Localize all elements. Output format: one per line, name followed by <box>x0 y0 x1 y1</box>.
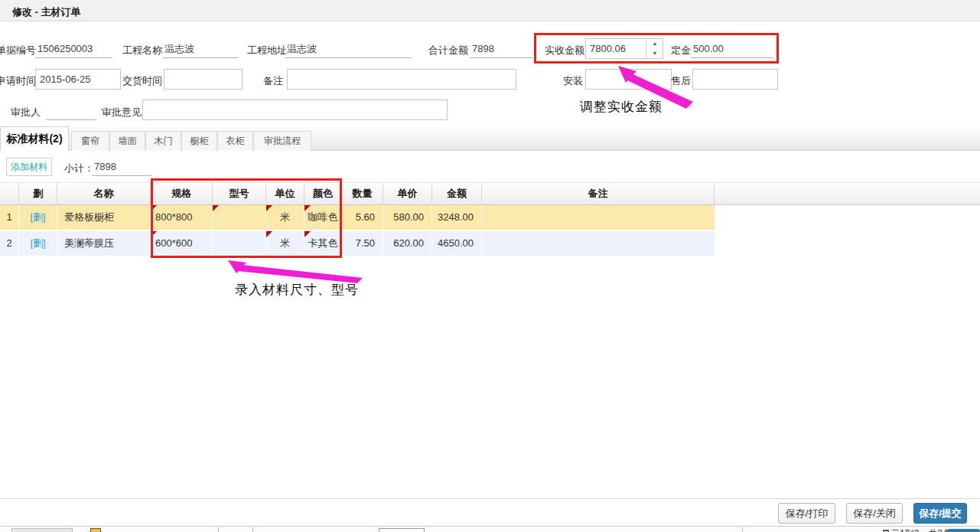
project-addr-input[interactable] <box>285 40 412 58</box>
total-amount-label: 合计金额 <box>428 44 468 57</box>
cell-price[interactable]: 580.00 <box>383 205 432 230</box>
col-header-spec: 规格 <box>151 183 213 204</box>
materials-table-header: 删 名称 规格 型号 单位 颜色 数量 单价 金额 备注 <box>0 182 980 205</box>
dialog-titlebar: 修改 - 主材订单 <box>0 0 980 21</box>
install-label: 安装 <box>563 74 583 88</box>
background-fragment <box>947 529 980 532</box>
doc-no-input[interactable] <box>35 40 112 58</box>
subtotal-input[interactable] <box>92 158 151 176</box>
cell-remark[interactable] <box>482 231 715 256</box>
edited-corner-icon <box>151 205 157 211</box>
annotation-adjust-received: 调整实收金额 <box>580 98 663 116</box>
cell-spec[interactable]: 600*600 <box>151 231 213 256</box>
pagination-text-partial: 显示1到2，共2条 <box>881 527 952 532</box>
tab-cabinet[interactable]: 橱柜 <box>181 131 217 151</box>
col-header-name: 名称 <box>57 183 151 204</box>
background-fragment <box>11 528 73 532</box>
col-header-del: 删 <box>19 183 57 204</box>
edited-corner-icon <box>213 205 219 211</box>
tab-wall[interactable]: 墙面 <box>109 131 145 151</box>
doc-no-label: 单据编号 <box>0 44 36 57</box>
cell-model[interactable] <box>213 231 266 256</box>
background-fragment <box>742 527 743 532</box>
subtotal-label: 小计： <box>64 162 94 175</box>
cell-unit[interactable]: 米 <box>266 205 304 230</box>
project-name-input[interactable] <box>162 40 239 58</box>
tab-approval-flow[interactable]: 审批流程 <box>253 131 311 151</box>
add-material-button[interactable]: 添加材料 <box>6 158 52 176</box>
remark-label: 备注 <box>263 74 283 88</box>
received-amount-spinner: ▲ ▼ <box>646 39 663 58</box>
col-header-row-no <box>0 183 19 204</box>
background-fragment <box>218 527 219 532</box>
total-amount-input[interactable] <box>470 40 533 58</box>
table-row: 2 [删] 美澜蒂膜压 600*600 米 卡其色 7.50 620.00 46… <box>0 231 715 256</box>
approver-input[interactable] <box>46 102 96 120</box>
delete-row-link[interactable]: [删] <box>30 237 45 249</box>
remark-input[interactable] <box>287 69 516 90</box>
cell-remark[interactable] <box>482 205 715 230</box>
received-amount-label: 实收金额 <box>545 44 584 57</box>
dialog-title: 修改 - 主材订单 <box>12 5 81 19</box>
cell-color[interactable]: 卡其色 <box>304 231 342 256</box>
col-header-model: 型号 <box>213 183 266 204</box>
cell-name: 美澜蒂膜压 <box>57 231 151 256</box>
cell-color[interactable]: 咖啡色 <box>304 205 342 230</box>
apply-time-label: 申请时间 <box>0 74 36 88</box>
save-close-button[interactable]: 保存/关闭 <box>846 503 903 524</box>
delete-row-link[interactable]: [删] <box>30 211 45 223</box>
cell-row-no: 1 <box>0 205 19 230</box>
deposit-label: 定金 <box>671 44 691 57</box>
approval-opinion-input[interactable] <box>142 100 448 120</box>
col-header-price: 单价 <box>383 183 432 204</box>
tab-wardrobe[interactable]: 衣柜 <box>217 131 253 151</box>
cell-qty[interactable]: 7.50 <box>342 231 383 256</box>
background-fragment <box>379 528 425 532</box>
materials-tabbar: 标准材料(2) 窗帘 墙面 木门 橱柜 衣柜 审批流程 <box>0 126 980 151</box>
cell-name: 爱格板橱柜 <box>57 205 151 230</box>
background-page-sliver: 显示1到2，共2条 <box>0 526 980 532</box>
cell-price[interactable]: 620.00 <box>383 231 432 256</box>
apply-time-input[interactable] <box>35 69 121 90</box>
deposit-input[interactable] <box>691 40 773 58</box>
dialog-footer: 保存/打印 保存/关闭 保存/提交 <box>0 498 980 526</box>
cell-unit[interactable]: 米 <box>266 231 304 256</box>
col-header-remark: 备注 <box>482 183 715 204</box>
tab-standard-materials[interactable]: 标准材料(2) <box>0 126 69 151</box>
delivery-time-input[interactable] <box>164 69 243 90</box>
annotation-enter-spec-model: 录入材料尺寸、型号 <box>235 281 359 299</box>
cell-amount: 4650.00 <box>432 231 482 256</box>
edited-corner-icon <box>304 205 311 211</box>
col-header-amount: 金额 <box>432 183 482 204</box>
approval-opinion-label: 审批意见 <box>102 106 142 119</box>
project-addr-label: 工程地址 <box>247 44 287 57</box>
save-print-button[interactable]: 保存/打印 <box>778 503 835 524</box>
save-submit-button[interactable]: 保存/提交 <box>913 503 967 524</box>
tab-curtain[interactable]: 窗帘 <box>71 131 109 151</box>
background-fragment <box>252 527 253 532</box>
edited-corner-icon <box>304 231 311 237</box>
cell-spec[interactable]: 800*800 <box>151 205 213 230</box>
spin-down-button[interactable]: ▼ <box>646 49 663 58</box>
order-edit-dialog: 修改 - 主材订单 单据编号 工程名称 工程地址 合计金额 实收金额 ▲ ▼ 定… <box>0 0 980 532</box>
cell-amount: 3248.00 <box>432 205 482 230</box>
col-header-unit: 单位 <box>266 183 304 204</box>
col-header-color: 颜色 <box>304 183 342 204</box>
col-header-filler <box>715 183 980 204</box>
background-fragment <box>90 528 101 532</box>
edited-corner-icon <box>151 231 157 237</box>
table-row: 1 [删] 爱格板橱柜 800*800 米 咖啡色 5.60 580.00 32… <box>0 205 715 230</box>
materials-table-body: 1 [删] 爱格板橱柜 800*800 米 咖啡色 5.60 580.00 32… <box>0 205 715 257</box>
cell-qty[interactable]: 5.60 <box>342 205 383 230</box>
after-sale-input[interactable] <box>692 69 778 90</box>
edited-corner-icon <box>266 205 272 211</box>
project-name-label: 工程名称 <box>122 44 162 57</box>
edited-corner-icon <box>266 231 272 237</box>
cell-model[interactable] <box>213 205 266 230</box>
tab-wooden-door[interactable]: 木门 <box>145 131 181 151</box>
spin-up-button[interactable]: ▲ <box>646 39 663 48</box>
delivery-time-label: 交货时间 <box>122 74 162 88</box>
cell-row-no: 2 <box>0 231 19 256</box>
col-header-qty: 数量 <box>342 183 383 204</box>
approver-label: 审批人 <box>11 106 41 119</box>
